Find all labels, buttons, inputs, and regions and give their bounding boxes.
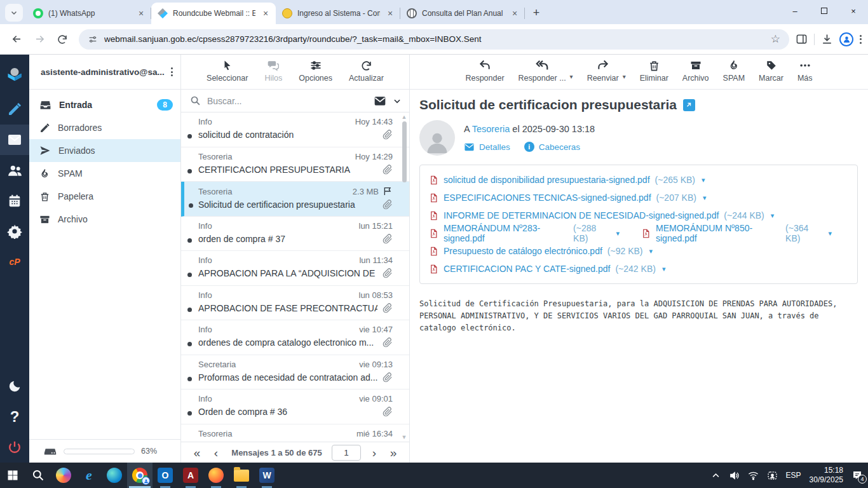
tray-chevron-up-icon[interactable]	[711, 471, 721, 480]
message-row[interactable]: Infolun 08:53 APROBACION DE FASE PRECONT…	[181, 286, 409, 321]
folder-borradores[interactable]: Borradores	[29, 116, 180, 139]
open-in-new-window-icon[interactable]	[683, 99, 695, 111]
message-row[interactable]: Infovie 09:01 Orden de compra # 36	[181, 390, 409, 424]
attachment-link[interactable]: solicitud de disponibilidad presupuestar…	[444, 175, 650, 185]
message-row[interactable]: Infovie 10:47 ordenes de compra catalogo…	[181, 320, 409, 355]
copilot-icon[interactable]	[51, 463, 76, 488]
downloads-icon[interactable]	[821, 33, 833, 45]
search-options-chevron-icon[interactable]	[393, 97, 402, 105]
folder-papelera[interactable]: Papelera	[29, 185, 180, 208]
tab-close-icon[interactable]: ×	[510, 8, 520, 18]
reply-all-caret-icon[interactable]: ▾	[570, 73, 573, 80]
attachment-menu-icon[interactable]: ▾	[703, 194, 707, 202]
compose-button[interactable]	[0, 94, 29, 125]
archive-button[interactable]: Archivo	[682, 59, 709, 83]
firefox-icon[interactable]	[203, 463, 229, 488]
message-row-selected[interactable]: Tesoreria2.3 MB Solicitud de certificaci…	[181, 182, 409, 217]
reply-all-button[interactable]: Responder ...	[519, 59, 566, 83]
tab-search-button[interactable]	[5, 4, 23, 22]
search-input[interactable]	[207, 96, 367, 106]
close-window-button[interactable]: ×	[839, 0, 868, 22]
refresh-button[interactable]: Actualizar	[349, 59, 384, 83]
language-indicator[interactable]: ESP	[786, 471, 801, 480]
recipient-link[interactable]: Tesoreria	[472, 124, 510, 134]
tab-compras-publicas[interactable]: Ingreso al Sistema - Compras P... ×	[276, 3, 400, 24]
volume-icon[interactable]	[729, 470, 740, 481]
scroll-up-icon[interactable]: ▲	[400, 114, 408, 120]
spam-button[interactable]: SPAM	[723, 59, 745, 83]
folder-archivo[interactable]: Archivo	[29, 208, 180, 231]
delete-button[interactable]: Eliminar	[640, 59, 668, 83]
attachment-menu-icon[interactable]: ▾	[616, 229, 620, 238]
headers-toggle[interactable]: i Cabeceras	[524, 142, 580, 152]
settings-nav-button[interactable]	[0, 216, 29, 247]
more-button[interactable]: Más	[797, 59, 813, 83]
threads-button[interactable]: Hilos	[264, 59, 282, 83]
file-explorer-icon[interactable]	[229, 463, 254, 488]
tab-roundcube[interactable]: Roundcube Webmail :: Enviados ×	[151, 3, 276, 24]
acrobat-icon[interactable]: A	[178, 463, 203, 488]
cpanel-button[interactable]: cP	[0, 247, 29, 277]
address-bar[interactable]: webmail.sanjuan.gob.ec/cpsess2879723216/…	[79, 29, 789, 50]
url-text[interactable]: webmail.sanjuan.gob.ec/cpsess2879723216/…	[104, 34, 764, 44]
minimize-button[interactable]: –	[780, 0, 810, 22]
word-icon[interactable]: W	[254, 463, 280, 488]
new-tab-button[interactable]: +	[527, 4, 545, 22]
tab-whatsapp[interactable]: (1) WhatsApp ×	[27, 3, 151, 24]
reload-button[interactable]	[52, 29, 72, 50]
list-scrollbar[interactable]: ▲ ▼	[400, 114, 408, 440]
options-button[interactable]: Opciones	[299, 59, 332, 83]
folder-spam[interactable]: SPAM	[29, 162, 180, 185]
mail-nav-button[interactable]	[0, 125, 29, 155]
action-center-icon[interactable]: 4	[851, 470, 863, 481]
back-button[interactable]	[6, 29, 27, 50]
restore-button[interactable]	[810, 0, 839, 22]
page-number-input[interactable]	[332, 445, 361, 461]
attachment-menu-icon[interactable]: ▾	[702, 176, 705, 184]
forward-caret-icon[interactable]: ▾	[623, 73, 626, 80]
message-row[interactable]: Secretariavie 09:13 Proformas de necesid…	[181, 355, 409, 390]
attachment-menu-icon[interactable]: ▾	[828, 229, 832, 238]
tab-close-icon[interactable]: ×	[136, 8, 146, 18]
wifi-icon[interactable]	[748, 470, 759, 481]
clock[interactable]: 15:18 30/9/2025	[810, 466, 843, 485]
attachment-link[interactable]: INFORME DE DETERMINACION DE NECESIDAD-si…	[444, 210, 719, 220]
attachment-menu-icon[interactable]: ▾	[662, 265, 666, 273]
outlook-icon[interactable]: O	[153, 463, 178, 488]
attachment-menu-icon[interactable]: ▾	[771, 212, 775, 220]
tab-plan-anual[interactable]: Consulta del Plan Anual de Con... ×	[400, 3, 525, 24]
tab-close-icon[interactable]: ×	[261, 8, 271, 18]
attachment-link[interactable]: CERTIFICACION PAC Y CATE-signed.pdf	[444, 264, 610, 274]
forward-button[interactable]: Reenviar	[587, 59, 619, 83]
edge-icon[interactable]	[102, 463, 127, 488]
details-toggle[interactable]: Detalles	[464, 142, 510, 152]
flag-icon[interactable]	[383, 186, 393, 196]
reply-button[interactable]: Responder	[465, 59, 504, 83]
bookmark-star-icon[interactable]: ☆	[771, 32, 780, 46]
side-panel-icon[interactable]	[796, 33, 808, 45]
meet-now-icon[interactable]	[767, 470, 778, 481]
taskbar-search-button[interactable]	[25, 463, 51, 488]
account-menu-icon[interactable]	[171, 67, 173, 76]
message-row[interactable]: InfoHoy 14:43 solicitud de contratación	[181, 112, 409, 147]
dark-mode-button[interactable]	[0, 371, 29, 402]
browser-menu-icon[interactable]	[860, 35, 862, 44]
attachment-link[interactable]: Presupuesto de catálogo electrónico.pdf	[444, 246, 602, 256]
message-row[interactable]: Infolun 15:21 orden de compra # 37	[181, 217, 409, 252]
message-row[interactable]: Infolun 11:34 APROBACION PARA LA “ADQUIS…	[181, 251, 409, 286]
folder-entrada[interactable]: Entrada 8	[29, 93, 180, 116]
scrollbar-thumb[interactable]	[402, 121, 407, 182]
prev-page-button[interactable]: ‹	[207, 447, 226, 459]
internet-explorer-icon[interactable]: e	[76, 463, 102, 488]
site-settings-icon[interactable]	[88, 34, 98, 44]
search-scope-envelope-icon[interactable]	[374, 95, 386, 107]
start-button[interactable]	[0, 463, 25, 488]
help-button[interactable]: ?	[0, 402, 29, 432]
contacts-nav-button[interactable]	[0, 155, 29, 186]
forward-button[interactable]	[29, 29, 50, 50]
folder-enviados[interactable]: Enviados	[29, 139, 180, 162]
message-row[interactable]: Tesoreriamié 16:34	[181, 424, 409, 442]
last-page-button[interactable]: »	[384, 447, 403, 459]
attachment-menu-icon[interactable]: ▾	[649, 247, 653, 255]
mark-button[interactable]: Marcar	[759, 59, 783, 83]
